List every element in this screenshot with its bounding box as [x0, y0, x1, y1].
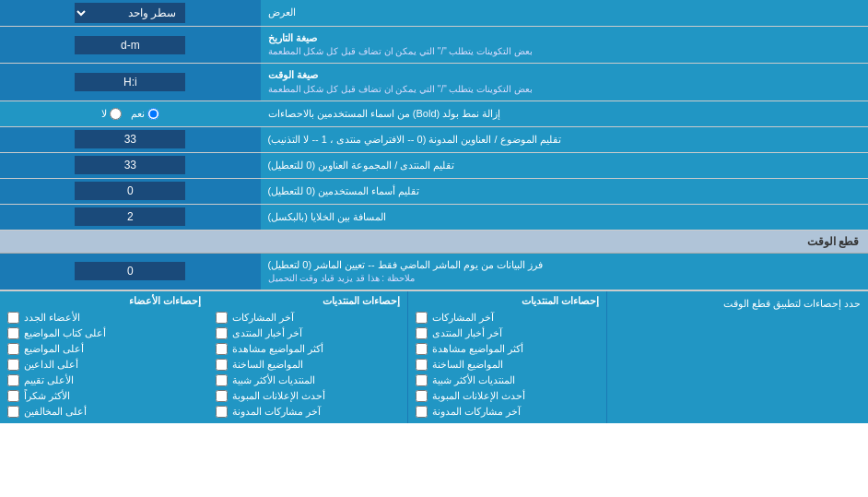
cb-most-viewed: أكثر المواضيع مشاهدة — [416, 341, 600, 357]
time-format-input[interactable] — [75, 73, 185, 91]
cell-spacing-label: المسافة بين الخلايا (بالبكسل) — [261, 205, 868, 230]
checkbox-col2: إحصاءات المنتديات آخر المشاركات آخر أخبا… — [208, 291, 408, 423]
col1-header: إحصاءات المنتديات — [416, 295, 600, 307]
username-trim-label: تقليم أسماء المستخدمين (0 للتعطيل) — [261, 179, 868, 204]
cutoff-days-input[interactable] — [75, 262, 185, 280]
cb-forum-news: آخر أخبار المنتدى — [416, 325, 600, 341]
time-format-label: صيغة الوقت بعض التكوينات يتطلب "/" التي … — [261, 64, 868, 100]
cb3-most-thanked: الأكثر شكراً — [7, 388, 201, 404]
cb-blog-posts: آخر مشاركات المدونة — [416, 404, 600, 420]
username-trim-input[interactable] — [75, 182, 185, 200]
username-trim-input-cell — [0, 179, 261, 204]
cb-latest-posts: آخر المشاركات — [416, 310, 600, 325]
checkbox-col3: إحصاءات الأعضاء الأعضاء الجدد أعلى كتاب … — [0, 291, 208, 423]
cutoff-days-label: فرز البيانات من يوم الماشر الماضي فقط --… — [261, 254, 868, 290]
bold-label: إزالة نمط بولد (Bold) من اسماء المستخدمي… — [261, 101, 868, 126]
forum-trim-input[interactable] — [75, 156, 185, 174]
topic-trim-input-cell — [0, 127, 261, 152]
cb2-latest-posts: آخر المشاركات — [216, 310, 400, 325]
display-input-cell: سطر واحد سطران — [0, 0, 261, 26]
topic-trim-input[interactable] — [75, 130, 185, 148]
bold-no-label[interactable]: لا — [101, 108, 122, 120]
bold-yes-label[interactable]: نعم — [131, 108, 159, 120]
cb2-popular-forums: المنتديات الأكثر شبية — [216, 373, 400, 388]
cb3-new-members: الأعضاء الجدد — [7, 310, 201, 325]
cutoff-days-input-cell — [0, 254, 261, 290]
forum-trim-label: تقليم المنتدى / المجموعة العناوين (0 للت… — [261, 153, 868, 178]
time-format-input-cell — [0, 64, 261, 100]
cb2-forum-news: آخر أخبار المنتدى — [216, 325, 400, 341]
cb-popular-forums: المنتديات الأكثر شبية — [416, 373, 600, 388]
col2-header: إحصاءات المنتديات — [216, 295, 400, 307]
cb3-most-warned: أعلى المخالفين — [7, 404, 201, 420]
date-format-label: صيغة التاريخ بعض التكوينات يتطلب "/" الت… — [261, 27, 868, 63]
cb2-most-viewed: أكثر المواضيع مشاهدة — [216, 341, 400, 357]
cb3-top-posters: أعلى كتاب المواضيع — [7, 325, 201, 341]
col3-header: إحصاءات الأعضاء — [7, 295, 201, 307]
display-select[interactable]: سطر واحد سطران — [75, 3, 185, 23]
bold-no-radio[interactable] — [110, 108, 122, 120]
date-format-input-cell — [0, 27, 261, 63]
cb2-hot-topics: المواضيع الساخنة — [216, 357, 400, 373]
cell-spacing-input[interactable] — [75, 207, 185, 226]
topic-trim-label: تقليم الموضوع / العناوين المدونة (0 -- ا… — [261, 127, 868, 152]
cb-latest-classifieds: أحدث الإعلانات المبوبة — [416, 388, 600, 404]
date-format-input[interactable] — [75, 36, 185, 54]
display-label: العرض — [261, 0, 868, 26]
cutoff-section-header: قطع الوقت — [0, 231, 868, 254]
bold-yes-radio[interactable] — [147, 108, 159, 120]
checkbox-col1: إحصاءات المنتديات آخر المشاركات آخر أخبا… — [408, 291, 608, 423]
cb2-latest-classifieds: أحدث الإعلانات المبوبة — [216, 388, 400, 404]
cb2-blog-posts: آخر مشاركات المدونة — [216, 404, 400, 420]
cb3-top-topics: أعلى المواضيع — [7, 341, 201, 357]
cb-hot-topics: المواضيع الساخنة — [416, 357, 600, 373]
checkboxes-label: حدد إحصاءات لتطبيق قطع الوقت — [607, 291, 868, 423]
forum-trim-input-cell — [0, 153, 261, 178]
bold-radio-cell: نعم لا — [0, 101, 261, 126]
cb3-top-referrers: أعلى الداعين — [7, 357, 201, 373]
cell-spacing-input-cell — [0, 205, 261, 230]
cb3-top-rated: الأعلى تقييم — [7, 373, 201, 388]
